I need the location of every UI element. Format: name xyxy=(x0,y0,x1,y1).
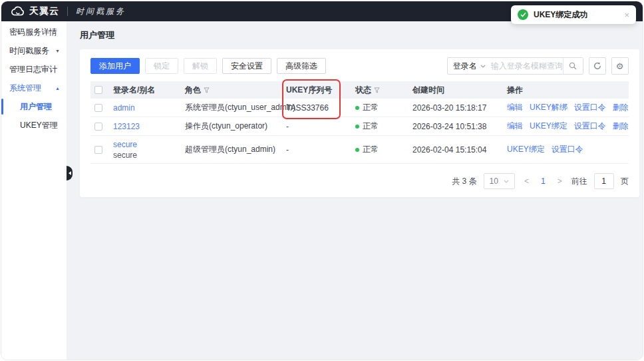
status-dot xyxy=(355,106,359,110)
role-text: 超级管理员(ctyun_admin) xyxy=(185,144,286,155)
login-link[interactable]: 123123 xyxy=(113,122,140,131)
page-number[interactable]: 1 xyxy=(538,177,548,186)
login-link[interactable]: admin xyxy=(113,103,135,113)
refresh-button[interactable] xyxy=(589,57,606,75)
search-icon xyxy=(569,62,577,70)
pagination: 共 3 条 10 < 1 > 前往 页 xyxy=(90,173,629,189)
header-created: 创建时间 xyxy=(412,85,507,96)
search-category-select[interactable]: 登录名 xyxy=(448,61,491,72)
topbar-divider xyxy=(67,7,68,16)
action-set-password[interactable]: 设置口令 xyxy=(574,102,606,113)
header-status: 状态 xyxy=(355,85,412,96)
prev-page-button[interactable]: < xyxy=(522,177,532,186)
chevron-down-icon xyxy=(480,65,486,68)
settings-button[interactable]: ⚙ xyxy=(611,57,629,75)
row-checkbox[interactable] xyxy=(94,104,102,112)
action-edit[interactable]: 编辑 xyxy=(507,121,523,132)
brand-logo: 天翼云 xyxy=(11,5,59,17)
sidebar-item-user-management[interactable]: 用户管理 xyxy=(1,97,67,116)
login-link[interactable]: secure xyxy=(113,140,137,149)
ukey-text: - xyxy=(286,122,355,131)
filter-icon[interactable] xyxy=(204,87,210,93)
status-text: 正常 xyxy=(363,102,379,113)
toolbar-right: 登录名 xyxy=(447,57,629,75)
product-name: 时间戳服务 xyxy=(76,6,126,17)
brand-name: 天翼云 xyxy=(29,5,59,17)
table-row: 123123 操作员(ctyun_operator) - 正常 2026-03-… xyxy=(90,117,629,136)
row-checkbox[interactable] xyxy=(94,146,102,154)
table-row: secure secure 超级管理员(ctyun_admin) - 正常 20… xyxy=(90,136,629,164)
app-window: 天翼云 时间戳服务 UKEY绑定成功 × 密码服务详情 时间戳服务 ▼ 管理日志… xyxy=(1,1,643,360)
action-ukey-bind[interactable]: UKEY绑定 xyxy=(507,144,545,155)
page-unit: 页 xyxy=(621,176,629,187)
status-dot xyxy=(355,148,359,152)
ukey-text: - xyxy=(286,145,355,155)
cloud-logo-icon xyxy=(11,6,25,17)
advanced-filter-button[interactable]: 高级筛选 xyxy=(277,58,326,74)
lock-button[interactable]: 锁定 xyxy=(145,58,178,74)
sidebar-item-timestamp-service[interactable]: 时间戳服务 ▼ xyxy=(1,41,67,60)
sidebar: 密码服务详情 时间戳服务 ▼ 管理日志审计 系统管理 ▲ 用户管理 UKEY管理 xyxy=(1,21,67,360)
select-all-checkbox[interactable] xyxy=(94,86,102,94)
header-role: 角色 xyxy=(185,85,286,96)
toolbar: 添加用户 锁定 解锁 安全设置 高级筛选 登录名 xyxy=(90,57,629,75)
search-group: 登录名 xyxy=(447,57,583,75)
action-ukey-unbind[interactable]: UKEY解绑 xyxy=(530,102,567,113)
table-header-row: 登录名/别名 角色 UKEY序列号 状态 创建时间 操作 xyxy=(90,81,629,99)
sidebar-item-password-service-details[interactable]: 密码服务详情 xyxy=(1,23,67,41)
security-settings-button[interactable]: 安全设置 xyxy=(222,58,271,74)
total-count: 共 3 条 xyxy=(452,176,476,187)
gear-icon: ⚙ xyxy=(616,61,624,71)
unlock-button[interactable]: 解锁 xyxy=(184,58,217,74)
search-button[interactable] xyxy=(563,57,583,75)
chevron-down-icon: ▼ xyxy=(55,49,60,53)
status-text: 正常 xyxy=(363,144,379,155)
goto-label: 前往 xyxy=(571,176,587,187)
page-size-select[interactable]: 10 xyxy=(484,173,515,189)
alias-text: secure xyxy=(113,151,185,160)
header-ukey: UKEY序列号 xyxy=(286,85,355,96)
user-table: 登录名/别名 角色 UKEY序列号 状态 创建时间 操作 xyxy=(90,81,629,164)
page-title: 用户管理 xyxy=(80,29,639,41)
role-text: 操作员(ctyun_operator) xyxy=(185,121,286,132)
header-actions: 操作 xyxy=(507,85,629,96)
main-content: 用户管理 添加用户 锁定 解锁 安全设置 高级筛选 登录名 xyxy=(67,21,643,360)
action-set-password[interactable]: 设置口令 xyxy=(574,121,606,132)
chevron-down-icon xyxy=(504,180,509,183)
role-text: 系统管理员(ctyun_user_admin) xyxy=(185,102,286,113)
header-login: 登录名/别名 xyxy=(113,85,185,96)
filter-icon[interactable] xyxy=(374,87,380,93)
status-text: 正常 xyxy=(363,121,379,132)
action-edit[interactable]: 编辑 xyxy=(507,102,523,113)
ukey-text: TASS33766 xyxy=(286,103,355,113)
created-text: 2026-02-04 15:15:04 xyxy=(412,145,507,155)
success-icon xyxy=(518,9,528,20)
action-delete[interactable]: 删除 xyxy=(613,121,629,132)
created-text: 2026-03-20 15:18:17 xyxy=(412,103,507,113)
refresh-icon xyxy=(593,62,601,70)
status-dot xyxy=(355,125,359,129)
chevron-left-icon xyxy=(69,171,71,175)
toast-close-button[interactable]: × xyxy=(624,11,629,19)
action-set-password[interactable]: 设置口令 xyxy=(552,144,583,155)
add-user-button[interactable]: 添加用户 xyxy=(90,58,140,74)
table-row: admin 系统管理员(ctyun_user_admin) TASS33766 … xyxy=(90,99,629,117)
row-checkbox[interactable] xyxy=(94,123,102,131)
sidebar-item-log-audit[interactable]: 管理日志审计 xyxy=(1,60,67,79)
user-table-card: 添加用户 锁定 解锁 安全设置 高级筛选 登录名 xyxy=(80,49,639,197)
action-delete[interactable]: 删除 xyxy=(613,102,629,113)
toast-message: UKEY绑定成功 xyxy=(534,9,624,21)
action-ukey-bind[interactable]: UKEY绑定 xyxy=(530,121,567,132)
toast-success: UKEY绑定成功 × xyxy=(511,5,636,24)
search-input[interactable] xyxy=(491,58,563,74)
sidebar-item-system-management[interactable]: 系统管理 ▲ xyxy=(1,79,67,97)
next-page-button[interactable]: > xyxy=(555,177,565,186)
chevron-up-icon: ▲ xyxy=(55,86,60,91)
created-text: 2026-03-24 10:51:38 xyxy=(412,122,507,131)
sidebar-item-ukey-management[interactable]: UKEY管理 xyxy=(1,116,67,135)
goto-page-input[interactable] xyxy=(594,173,614,189)
